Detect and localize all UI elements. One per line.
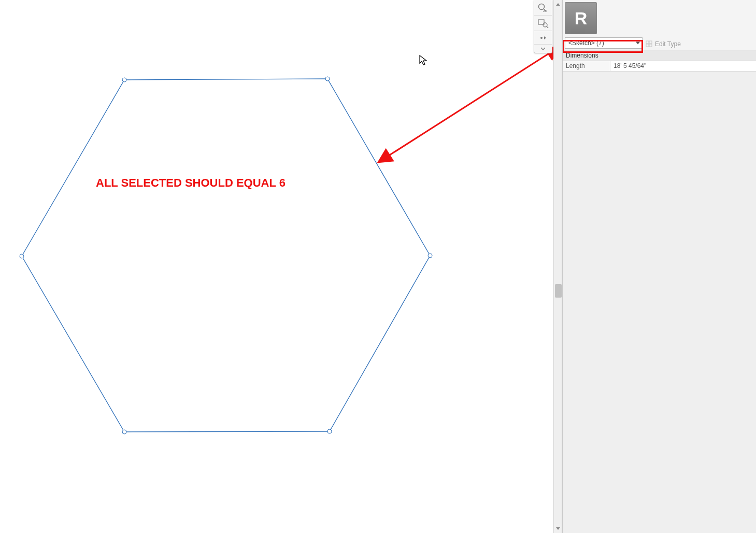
edit-type-button[interactable]: Edit Type xyxy=(646,37,681,49)
type-selector-dropdown[interactable]: <Sketch> (7) xyxy=(565,37,643,49)
svg-point-1 xyxy=(539,4,545,9)
properties-panel: R <Sketch> (7) Edit Type Dimensions Leng… xyxy=(562,0,756,533)
vertex-handle[interactable] xyxy=(327,429,332,433)
properties-section-header: Dimensions xyxy=(563,50,756,61)
vertex-handle[interactable] xyxy=(122,430,126,434)
scroll-thumb[interactable] xyxy=(555,284,562,298)
nav-toolbar-expand-button[interactable] xyxy=(534,45,552,53)
svg-line-6 xyxy=(547,26,548,28)
svg-rect-8 xyxy=(646,41,649,44)
svg-rect-11 xyxy=(649,44,652,47)
sketch-hexagon[interactable] xyxy=(0,0,553,533)
edit-type-icon xyxy=(646,40,653,48)
vertex-handle[interactable] xyxy=(428,254,432,258)
property-row: Length 18' 5 45/64" xyxy=(563,61,756,72)
type-selector-value: <Sketch> (7) xyxy=(568,39,604,47)
vertex-handle[interactable] xyxy=(325,77,330,81)
property-label: Length xyxy=(563,61,610,71)
annotation-text: ALL SELECTED SHOULD EQUAL 6 xyxy=(96,176,286,190)
svg-rect-10 xyxy=(646,44,649,47)
category-logo: R xyxy=(565,2,597,34)
property-value[interactable]: 18' 5 45/64" xyxy=(610,61,756,71)
vertex-handle[interactable] xyxy=(20,254,24,258)
steering-wheel-button[interactable] xyxy=(534,31,552,45)
svg-point-7 xyxy=(540,37,543,39)
vertex-handle[interactable] xyxy=(122,78,126,82)
canvas-vertical-scrollbar[interactable] xyxy=(553,0,562,533)
edit-type-label: Edit Type xyxy=(655,40,681,48)
zoom-region-button[interactable] xyxy=(534,16,552,31)
view-nav-toolbar: 2D xyxy=(534,0,552,53)
scroll-down-button[interactable] xyxy=(554,524,562,533)
chevron-down-icon xyxy=(636,42,640,45)
svg-text:2D: 2D xyxy=(543,9,547,12)
svg-point-5 xyxy=(543,23,547,27)
hexagon-outline[interactable] xyxy=(22,79,430,432)
zoom-2d-button[interactable]: 2D xyxy=(534,0,552,16)
scroll-up-button[interactable] xyxy=(554,0,562,9)
svg-rect-9 xyxy=(649,41,652,44)
logo-letter: R xyxy=(575,8,588,29)
properties-empty-area xyxy=(563,72,756,533)
